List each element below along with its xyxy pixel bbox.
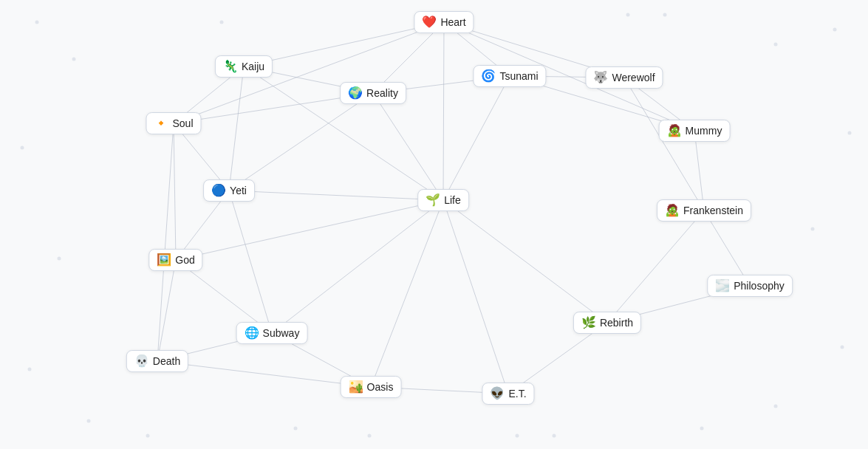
node-et[interactable]: 👽E.T. [482, 383, 534, 405]
node-label-god: God [175, 254, 194, 266]
svg-point-19 [220, 21, 224, 24]
svg-point-14 [294, 427, 298, 431]
svg-line-53 [371, 200, 443, 387]
svg-line-52 [443, 200, 607, 323]
node-label-werewolf: Werewolf [612, 72, 655, 83]
svg-point-2 [663, 13, 667, 17]
node-yeti[interactable]: 🔵Yeti [203, 179, 255, 202]
svg-line-49 [607, 210, 704, 323]
node-icon-subway: 🌐 [245, 327, 259, 339]
node-icon-philosophy: 🌫️ [715, 280, 730, 292]
node-label-kaiju: Kaiju [242, 61, 264, 72]
node-label-philosophy: Philosophy [734, 280, 785, 292]
node-werewolf[interactable]: 🐺Werewolf [585, 66, 663, 89]
svg-line-25 [443, 22, 444, 200]
node-subway[interactable]: 🌐Subway [236, 322, 308, 344]
svg-line-55 [157, 260, 176, 361]
node-label-mummy: Mummy [686, 125, 722, 137]
node-philosophy[interactable]: 🌫️Philosophy [707, 275, 793, 297]
node-death[interactable]: 💀Death [126, 350, 188, 372]
node-label-subway: Subway [263, 327, 300, 339]
svg-point-1 [72, 58, 76, 61]
node-soul[interactable]: 🔸Soul [146, 112, 201, 134]
node-mummy[interactable]: 🧟Mummy [659, 120, 731, 142]
node-label-rebirth: Rebirth [600, 317, 633, 329]
svg-line-50 [176, 200, 443, 260]
svg-line-46 [229, 191, 272, 333]
node-label-soul: Soul [172, 117, 193, 129]
node-rebirth[interactable]: 🌿Rebirth [573, 312, 641, 334]
node-icon-god: 🖼️ [157, 254, 171, 266]
svg-line-33 [373, 93, 443, 200]
node-heart[interactable]: ❤️Heart [414, 11, 474, 33]
svg-line-54 [443, 200, 508, 394]
svg-point-3 [774, 43, 778, 47]
svg-point-11 [146, 434, 150, 438]
svg-line-47 [694, 131, 704, 210]
node-reality[interactable]: 🌍Reality [340, 82, 406, 104]
node-icon-werewolf: 🐺 [593, 72, 608, 83]
edge-layer [0, 0, 868, 449]
background-dots [0, 0, 868, 449]
node-icon-soul: 🔸 [154, 117, 168, 129]
svg-line-26 [174, 22, 444, 123]
graph-container: ❤️Heart🦎Kaiju🌀Tsunami🐺Werewolf🌍Reality🔸S… [0, 0, 868, 449]
svg-point-9 [28, 368, 32, 371]
svg-point-10 [841, 346, 844, 349]
node-label-et: E.T. [508, 388, 526, 400]
svg-line-40 [624, 78, 704, 210]
node-icon-death: 💀 [134, 355, 149, 367]
node-icon-heart: ❤️ [422, 16, 437, 28]
svg-point-18 [553, 434, 556, 438]
node-label-yeti: Yeti [230, 185, 247, 196]
svg-point-13 [516, 434, 519, 438]
svg-line-51 [272, 200, 443, 333]
node-icon-rebirth: 🌿 [581, 317, 596, 329]
svg-point-16 [774, 405, 778, 408]
svg-point-5 [21, 146, 24, 150]
svg-point-4 [833, 28, 837, 32]
node-icon-oasis: 🏜️ [349, 381, 363, 393]
svg-line-30 [229, 66, 244, 191]
node-god[interactable]: 🖼️God [148, 249, 202, 271]
svg-point-8 [811, 227, 815, 231]
node-icon-mummy: 🧟 [667, 125, 682, 137]
svg-line-61 [157, 361, 371, 387]
svg-point-7 [58, 257, 61, 261]
svg-line-45 [229, 191, 443, 200]
node-label-tsunami: Tsunami [499, 70, 538, 82]
node-icon-yeti: 🔵 [211, 185, 226, 196]
node-icon-life: 🌱 [426, 194, 440, 206]
node-label-death: Death [153, 355, 180, 367]
node-label-oasis: Oasis [367, 381, 394, 393]
node-label-frankenstein: Frankenstein [683, 205, 743, 216]
node-label-reality: Reality [366, 87, 398, 99]
node-oasis[interactable]: 🏜️Oasis [341, 376, 402, 398]
node-label-heart: Heart [440, 16, 465, 28]
node-icon-tsunami: 🌀 [481, 70, 496, 82]
node-label-life: Life [444, 194, 461, 206]
svg-line-42 [174, 123, 176, 260]
svg-point-15 [87, 419, 91, 423]
node-tsunami[interactable]: 🌀Tsunami [473, 65, 546, 87]
node-frankenstein[interactable]: 🧟Frankenstein [657, 199, 751, 222]
svg-point-20 [368, 434, 372, 438]
node-icon-frankenstein: 🧟 [665, 205, 680, 216]
svg-point-6 [848, 131, 852, 135]
node-life[interactable]: 🌱Life [417, 189, 469, 211]
svg-point-17 [626, 13, 630, 17]
node-icon-et: 👽 [490, 388, 505, 400]
svg-point-12 [700, 427, 704, 431]
svg-line-43 [157, 123, 174, 361]
node-icon-reality: 🌍 [348, 87, 363, 99]
svg-point-0 [35, 21, 39, 24]
svg-line-34 [229, 93, 373, 191]
node-kaiju[interactable]: 🦎Kaiju [215, 55, 273, 78]
node-icon-kaiju: 🦎 [223, 61, 238, 72]
svg-line-37 [443, 76, 510, 200]
